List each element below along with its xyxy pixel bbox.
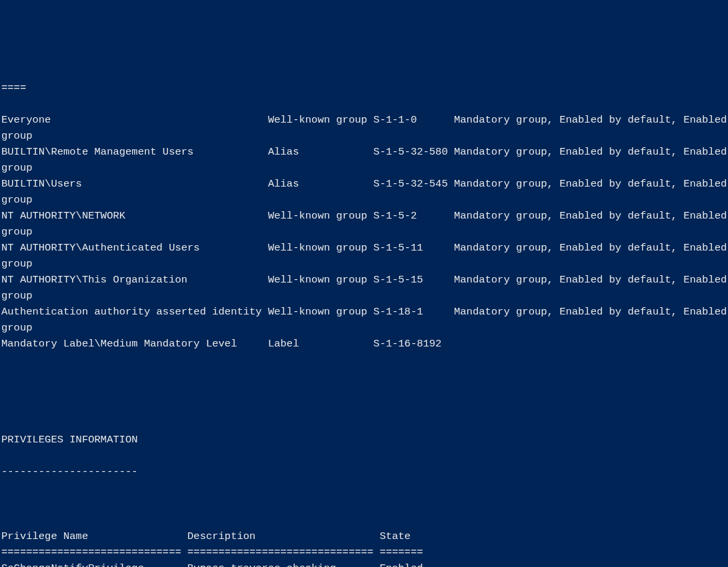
groups-row-line: NT AUTHORITY\This Organization Well-know… — [1, 272, 727, 288]
blank-line — [1, 496, 727, 512]
priv-header-sep: ============================= ==========… — [1, 544, 727, 560]
groups-row-line: group — [1, 320, 727, 336]
groups-row-line: group — [1, 128, 727, 144]
groups-row-line: Everyone Well-known group S-1-1-0 Mandat… — [1, 112, 727, 128]
priv-row: SeChangeNotifyPrivilege Bypass traverse … — [1, 560, 727, 567]
groups-row-line: NT AUTHORITY\Authenticated Users Well-kn… — [1, 240, 727, 256]
groups-row-line: group — [1, 224, 727, 240]
groups-table: Everyone Well-known group S-1-1-0 Mandat… — [1, 112, 727, 352]
priv-header: Privilege Name Description State — [1, 528, 727, 544]
powershell-terminal[interactable]: ==== Everyone Well-known group S-1-1-0 M… — [1, 64, 727, 567]
groups-row-line: group — [1, 192, 727, 208]
groups-row-line: group — [1, 256, 727, 272]
blank-line — [1, 400, 727, 416]
groups-row-line: Authentication authority asserted identi… — [1, 304, 727, 320]
blank-line — [1, 368, 727, 384]
header-sep: ==== — [1, 80, 727, 96]
privileges-table: Privilege Name Description State========… — [1, 528, 727, 567]
groups-row-line: BUILTIN\Users Alias S-1-5-32-545 Mandato… — [1, 176, 727, 192]
groups-row-line: NT AUTHORITY\NETWORK Well-known group S-… — [1, 208, 727, 224]
groups-row-line: BUILTIN\Remote Management Users Alias S-… — [1, 144, 727, 160]
groups-row-line: group — [1, 288, 727, 304]
groups-row-line: Mandatory Label\Medium Mandatory Level L… — [1, 336, 727, 352]
privileges-title-sep: ---------------------- — [1, 464, 727, 480]
privileges-title: PRIVILEGES INFORMATION — [1, 432, 727, 448]
groups-row-line: group — [1, 160, 727, 176]
